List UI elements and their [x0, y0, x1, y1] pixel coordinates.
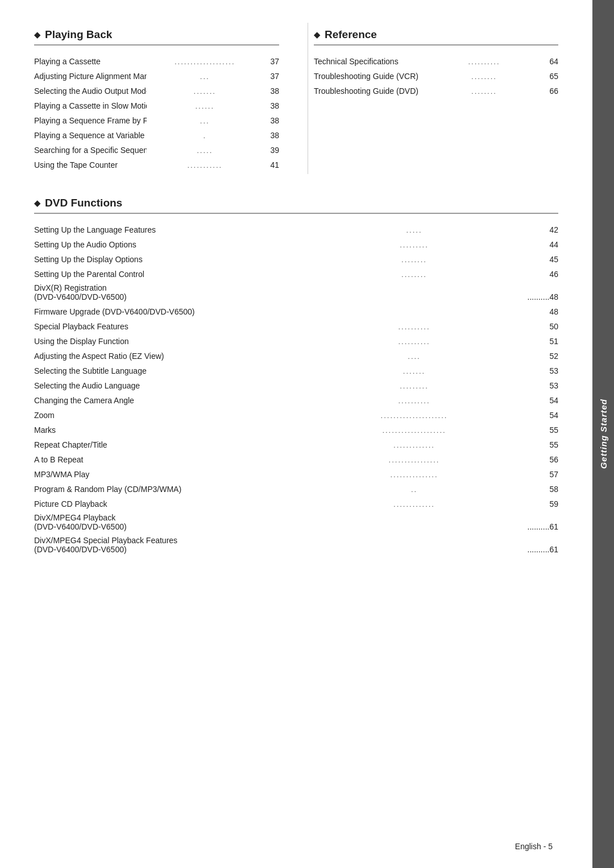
toc-line1: DivX/MPEG4 Special Playback Features: [34, 536, 558, 545]
toc-page-num: 51: [542, 336, 558, 348]
toc-entry-title: Troubleshooting Guide (VCR): [314, 71, 426, 82]
toc-page-num: 66: [542, 85, 558, 97]
toc-entry-title: MP3/WMA Play: [34, 469, 286, 481]
toc-entry: Selecting the Audio Output Mode.......38: [34, 85, 279, 97]
toc-dots: ..: [286, 484, 542, 495]
toc-page-num: 45: [542, 254, 558, 266]
toc-entry: Adjusting the Aspect Ratio (EZ View)....…: [34, 350, 558, 362]
toc-entry: Searching for a Specific Sequence.....39: [34, 144, 279, 156]
toc-entry: Using the Display Function..........51: [34, 336, 558, 348]
toc-entry-title: Playing a Cassette: [34, 56, 147, 68]
dvd-entries: Setting Up the Language Features.....42S…: [34, 224, 558, 554]
toc-dots: ...: [147, 115, 264, 127]
toc-entry: Adjusting Picture Alignment Manually...3…: [34, 71, 279, 82]
reference-title: ◆ Reference: [314, 28, 377, 41]
reference-entries: Technical Specifications..........64Trou…: [314, 56, 558, 97]
toc-line1: DivX/MPEG4 Playback: [34, 513, 558, 522]
toc-entry-title: Selecting the Audio Language: [34, 380, 286, 392]
playing-back-entries: Playing a Cassette...................37A…: [34, 56, 279, 171]
toc-entry-title: Repeat Chapter/Title: [34, 439, 286, 451]
toc-dots: ........: [286, 269, 542, 280]
toc-dots: ...........: [147, 160, 264, 171]
toc-entry-title: Technical Specifications: [314, 56, 426, 68]
toc-line2: (DVD-V6400/DVD-V6500): [34, 522, 528, 531]
toc-entry: Using the Tape Counter...........41: [34, 159, 279, 171]
toc-dots: ...: [147, 71, 264, 82]
toc-multi-entry: DivX/MPEG4 Special Playback Features(DVD…: [34, 536, 558, 554]
toc-entry-title: Playing a Sequence Frame by Frame: [34, 115, 147, 127]
toc-dots: ..........: [528, 292, 550, 301]
reference-label: Reference: [325, 28, 377, 41]
diamond-icon-reference: ◆: [314, 30, 320, 39]
toc-page-num: 55: [542, 424, 558, 436]
toc-entry: Setting Up the Display Options........45: [34, 254, 558, 266]
toc-line2: (DVD-V6400/DVD-V6500): [34, 292, 528, 301]
toc-entry-title: Adjusting the Aspect Ratio (EZ View): [34, 350, 286, 362]
toc-dots: ..........: [286, 395, 542, 407]
toc-page-num: 50: [542, 321, 558, 333]
toc-entry: Special Playback Features..........50: [34, 321, 558, 333]
toc-dots: ........: [426, 86, 542, 97]
playing-back-header: ◆ Playing Back: [34, 28, 279, 41]
top-two-col: ◆ Playing Back Playing a Cassette.......…: [34, 23, 558, 174]
toc-entry-title: Changing the Camera Angle: [34, 395, 286, 407]
reference-divider: [314, 44, 558, 46]
toc-dots: .........: [286, 381, 542, 392]
toc-page-num: 64: [542, 56, 558, 68]
toc-line1: DivX(R) Registration: [34, 283, 558, 292]
toc-page-num: 38: [263, 130, 279, 142]
toc-entry-title: Playing a Sequence at Variable Speeds: [34, 130, 147, 142]
toc-dots: .....: [147, 145, 264, 156]
toc-page-num: 41: [263, 159, 279, 171]
toc-entry-title: Special Playback Features: [34, 321, 286, 333]
toc-dots: .......: [286, 366, 542, 377]
toc-page-num: 59: [542, 498, 558, 510]
toc-entry: Setting Up the Audio Options.........44: [34, 239, 558, 251]
toc-entry-title: Selecting the Subtitle Language: [34, 365, 286, 377]
toc-page-num: 52: [542, 350, 558, 362]
toc-dots: .......: [147, 86, 264, 97]
diamond-icon-dvd: ◆: [34, 199, 40, 208]
toc-entry: Selecting the Audio Language.........53: [34, 380, 558, 392]
toc-line2: (DVD-V6400/DVD-V6500): [34, 545, 528, 554]
toc-entry-title: Setting Up the Language Features: [34, 224, 286, 236]
toc-entry-title: Setting Up the Parental Control: [34, 268, 286, 280]
toc-entry: Changing the Camera Angle..........54: [34, 395, 558, 407]
playing-back-section: ◆ Playing Back Playing a Cassette.......…: [34, 23, 285, 174]
toc-dots: ..........: [286, 321, 542, 333]
dvd-functions-label: DVD Functions: [45, 197, 122, 209]
toc-page-num: 42: [542, 224, 558, 236]
toc-page-num: 61: [549, 522, 558, 531]
toc-entry: Playing a Sequence Frame by Frame...38: [34, 115, 279, 127]
toc-page-num: 46: [542, 268, 558, 280]
playing-back-label: Playing Back: [45, 28, 112, 41]
toc-page-num: 58: [542, 483, 558, 495]
toc-entry: Selecting the Subtitle Language.......53: [34, 365, 558, 377]
toc-entry: Troubleshooting Guide (VCR)........65: [314, 71, 558, 82]
toc-dots: .: [147, 130, 264, 142]
toc-entry: Picture CD Playback.............59: [34, 498, 558, 510]
toc-entry-title: Searching for a Specific Sequence: [34, 144, 147, 156]
toc-entry-title: Setting Up the Audio Options: [34, 239, 286, 251]
side-tab-text: Getting Started: [599, 399, 608, 469]
dvd-functions-header: ◆ DVD Functions: [34, 197, 558, 209]
toc-entry: Technical Specifications..........64: [314, 56, 558, 68]
toc-page-num: 48: [542, 306, 558, 318]
toc-page-num: 56: [542, 454, 558, 466]
toc-entry-title: A to B Repeat: [34, 454, 286, 466]
playing-back-title: ◆ Playing Back: [34, 28, 112, 41]
toc-dots: ...............: [286, 469, 542, 481]
footer: English - 5: [515, 842, 553, 851]
toc-page-num: 54: [542, 410, 558, 421]
getting-label: Getting: [599, 435, 608, 469]
toc-dots: ..........: [286, 336, 542, 348]
toc-multi-entry: DivX/MPEG4 Playback(DVD-V6400/DVD-V6500)…: [34, 513, 558, 531]
toc-entry: Setting Up the Language Features.....42: [34, 224, 558, 236]
toc-page-num: 53: [542, 365, 558, 377]
playing-back-divider: [34, 44, 279, 46]
toc-entry-title: Adjusting Picture Alignment Manually: [34, 71, 147, 82]
toc-page-num: 61: [549, 545, 558, 554]
toc-entry: Firmware Upgrade (DVD-V6400/DVD-V6500)48: [34, 306, 558, 318]
toc-dots: ..........: [528, 522, 550, 531]
toc-entry-title: Using the Tape Counter: [34, 159, 147, 171]
